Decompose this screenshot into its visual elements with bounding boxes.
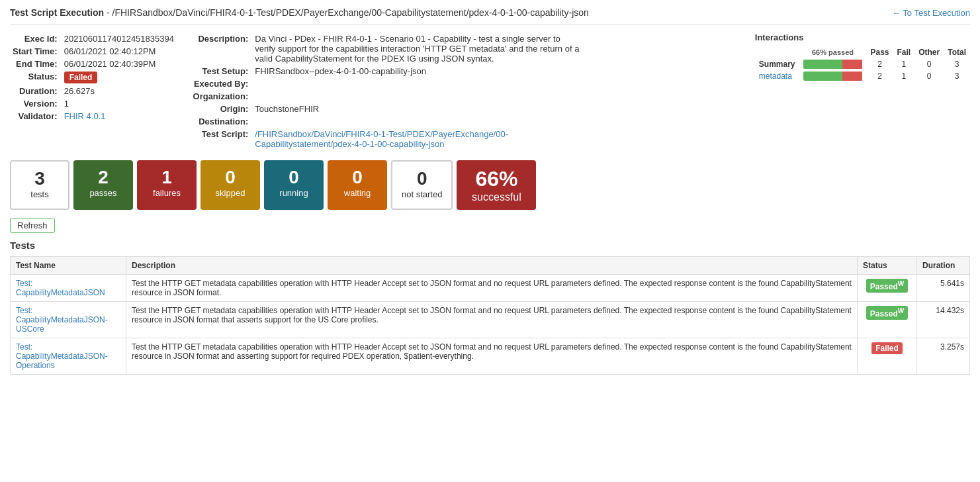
interactions-total-metadata: 3 — [944, 70, 970, 82]
failures-count: 1 — [146, 167, 187, 188]
stat-running: 0 running — [264, 160, 324, 210]
interactions-row-summary: Summary 2 1 0 3 — [755, 58, 970, 70]
table-row: Test: CapabilityMetadataJSON Test the HT… — [11, 275, 970, 302]
pass-percent-label: 66% passed — [812, 48, 854, 56]
metadata-link[interactable]: metadata — [759, 72, 792, 81]
percent-value: 66% — [468, 167, 524, 191]
col-header-name: Test Name — [11, 257, 126, 275]
test-desc-1: Test the HTTP GET metadata capabilities … — [126, 302, 858, 338]
interactions-bar-summary — [799, 58, 867, 70]
test-duration-1: 14.432s — [917, 302, 970, 338]
stat-waiting: 0 waiting — [328, 160, 387, 210]
test-status-1: Passed — [858, 302, 917, 338]
tests-section-title: Tests — [10, 240, 970, 251]
table-row: Test: CapabilityMetadataJSON-Operations … — [11, 338, 970, 375]
interactions-col-progress: 66% passed — [799, 46, 867, 58]
end-time-label: End Time: — [10, 58, 62, 70]
test-desc-0: Test the HTTP GET metadata capabilities … — [126, 275, 858, 302]
stat-percent: 66% successful — [457, 160, 536, 210]
test-link-2[interactable]: Test: CapabilityMetadataJSON-Operations — [16, 342, 108, 370]
organization-value — [252, 90, 583, 103]
passes-count: 2 — [83, 167, 124, 188]
interactions-col-fail: Fail — [893, 46, 915, 58]
interactions-pass-summary: 2 — [867, 58, 893, 70]
passes-label: passes — [83, 188, 124, 198]
stat-notstarted: 0 not started — [391, 160, 453, 210]
description-metadata: Description: Da Vinci - PDex - FHIR R4-0… — [191, 32, 742, 150]
interactions-col-other: Other — [914, 46, 944, 58]
exec-metadata: Exec Id: 202106011740124518353949 Start … — [10, 32, 177, 150]
status-value: Failed — [62, 70, 177, 85]
refresh-button[interactable]: Refresh — [10, 218, 55, 233]
test-name-0: Test: CapabilityMetadataJSON — [11, 275, 126, 302]
interactions-name-summary: Summary — [755, 58, 799, 70]
end-time-value: 06/01/2021 02:40:39PM — [62, 58, 177, 70]
destination-label: Destination: — [191, 115, 253, 128]
test-script-value: /FHIRSandbox/DaVinci/FHIR4-0-1-Test/PDEX… — [252, 128, 583, 150]
interactions-pass-metadata: 2 — [867, 70, 893, 82]
start-time-value: 06/01/2021 02:40:12PM — [62, 45, 177, 58]
origin-value: TouchstoneFHIR — [252, 103, 583, 115]
table-row: Test: CapabilityMetadataJSON-USCore Test… — [11, 302, 970, 338]
col-header-status: Status — [858, 257, 917, 275]
percent-label: successful — [468, 191, 524, 203]
test-name-1: Test: CapabilityMetadataJSON-USCore — [11, 302, 126, 338]
interactions-total-summary: 3 — [944, 58, 970, 70]
interactions-table: 66% passed Pass Fail Other Total Summary — [755, 46, 970, 82]
skipped-count: 0 — [210, 167, 251, 188]
test-status-2: Failed — [858, 338, 917, 375]
interactions-title: Interactions — [755, 32, 970, 42]
failures-label: failures — [146, 188, 187, 198]
running-label: running — [273, 188, 314, 198]
stats-row: 3 tests 2 passes 1 failures 0 skipped 0 … — [10, 160, 970, 210]
status-badge-0: Passed — [866, 279, 908, 293]
version-label: Version: — [10, 97, 62, 110]
destination-value — [252, 115, 583, 128]
col-header-description: Description — [126, 257, 858, 275]
stat-skipped: 0 skipped — [200, 160, 260, 210]
status-badge-1: Passed — [866, 306, 908, 320]
interactions-col-pass: Pass — [867, 46, 893, 58]
executed-by-value — [252, 77, 583, 90]
running-count: 0 — [273, 167, 314, 188]
test-script-link[interactable]: /FHIRSandbox/DaVinci/FHIR4-0-1-Test/PDEX… — [255, 129, 508, 149]
interactions-col-name — [755, 46, 799, 58]
test-duration-2: 3.257s — [917, 338, 970, 375]
test-script-label: Test Script: — [191, 128, 253, 150]
to-test-execution-link[interactable]: To Test Execution — [892, 8, 970, 18]
description-value: Da Vinci - PDex - FHIR R4-0-1 - Scenario… — [252, 32, 583, 65]
interactions-fail-metadata: 1 — [893, 70, 915, 82]
interactions-col-total: Total — [944, 46, 970, 58]
interactions-section: Interactions 66% passed Pass Fail Other … — [755, 32, 970, 150]
tests-table: Test Name Description Status Duration Te… — [10, 256, 970, 375]
total-count: 3 — [21, 168, 59, 189]
test-status-0: Passed — [858, 275, 917, 302]
col-header-duration: Duration — [917, 257, 970, 275]
status-badge-2: Failed — [871, 342, 903, 354]
origin-label: Origin: — [191, 103, 253, 115]
test-link-0[interactable]: Test: CapabilityMetadataJSON — [16, 279, 105, 297]
stat-total: 3 tests — [10, 160, 69, 210]
test-desc-2: Test the HTTP GET metadata capabilities … — [126, 338, 858, 375]
interactions-bar-metadata — [799, 70, 867, 82]
stat-passes: 2 passes — [73, 160, 133, 210]
executed-by-label: Executed By: — [191, 77, 253, 90]
exec-id-value: 202106011740124518353949 — [62, 32, 177, 45]
exec-id-label: Exec Id: — [10, 32, 62, 45]
test-name-2: Test: CapabilityMetadataJSON-Operations — [11, 338, 126, 375]
status-label: Status: — [10, 70, 62, 85]
test-link-1[interactable]: Test: CapabilityMetadataJSON-USCore — [16, 306, 108, 334]
duration-value: 26.627s — [62, 85, 177, 97]
interactions-other-metadata: 0 — [914, 70, 944, 82]
interactions-name-metadata: metadata — [755, 70, 799, 82]
waiting-label: waiting — [337, 188, 378, 198]
start-time-label: Start Time: — [10, 45, 62, 58]
duration-label: Duration: — [10, 85, 62, 97]
interactions-fail-summary: 1 — [893, 58, 915, 70]
test-setup-value: FHIRSandbox--pdex-4-0-1-00-capability-js… — [252, 65, 583, 77]
notstarted-label: not started — [402, 189, 442, 199]
version-value: 1 — [62, 97, 177, 110]
stat-failures: 1 failures — [137, 160, 197, 210]
test-duration-0: 5.641s — [917, 275, 970, 302]
notstarted-count: 0 — [402, 168, 442, 189]
